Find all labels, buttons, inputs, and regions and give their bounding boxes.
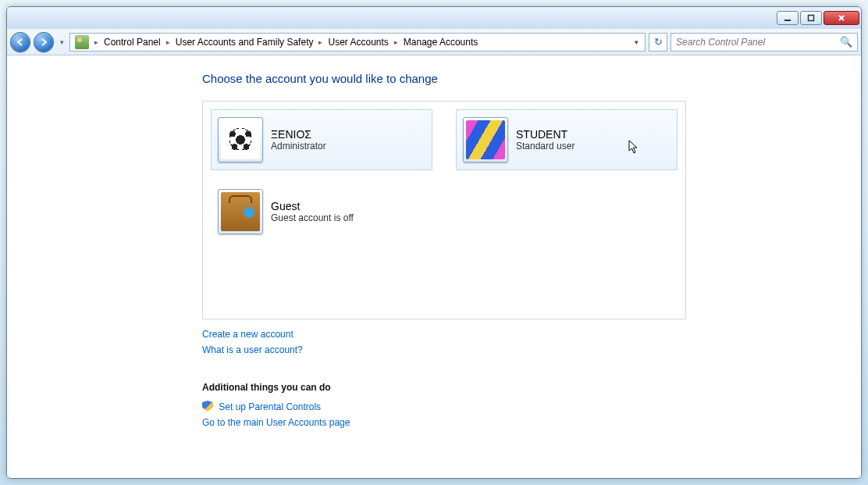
content-area: Choose the account you would like to cha… — [7, 55, 861, 478]
minimize-icon — [784, 14, 792, 22]
avatar-frame — [218, 189, 263, 234]
breadcrumb-item[interactable]: Manage Accounts — [400, 34, 481, 51]
window-buttons — [775, 11, 859, 25]
close-button[interactable] — [824, 11, 859, 25]
account-name: STUDENT — [516, 128, 575, 141]
address-bar[interactable]: ▸ Control Panel ▸ User Accounts and Fami… — [69, 33, 646, 52]
suitcase-icon — [221, 192, 260, 231]
chevron-right-icon[interactable]: ▸ — [164, 38, 173, 46]
chevron-right-icon[interactable]: ▸ — [92, 38, 101, 46]
search-input[interactable] — [676, 37, 840, 48]
primary-links: Create a new account What is a user acco… — [202, 329, 861, 360]
fabric-icon — [466, 120, 505, 159]
soccer-ball-icon — [221, 120, 260, 159]
account-text: ΞΕΝΙΟΣ Administrator — [271, 128, 326, 152]
nav-history-dropdown[interactable]: ▾ — [57, 38, 66, 46]
accounts-list: ΞΕΝΙΟΣ Administrator STUDENT Standard us… — [202, 101, 686, 319]
main-accounts-link[interactable]: Go to the main User Accounts page — [202, 417, 350, 428]
account-tile[interactable]: Guest Guest account is off — [211, 181, 432, 242]
what-is-account-link[interactable]: What is a user account? — [202, 344, 303, 355]
breadcrumb-item[interactable]: User Accounts and Family Safety — [173, 34, 317, 51]
navigation-bar: ▾ ▸ Control Panel ▸ User Accounts and Fa… — [7, 29, 861, 55]
avatar-frame — [463, 117, 508, 162]
maximize-icon — [807, 14, 815, 22]
close-icon — [838, 14, 845, 22]
refresh-icon: ↻ — [654, 36, 663, 48]
additional-links: Set up Parental Controls Go to the main … — [202, 401, 861, 433]
account-role: Guest account is off — [271, 212, 354, 223]
refresh-button[interactable]: ↻ — [649, 33, 667, 52]
account-role: Standard user — [516, 141, 575, 152]
account-text: STUDENT Standard user — [516, 128, 575, 152]
account-tile[interactable]: STUDENT Standard user — [456, 109, 678, 170]
account-role: Administrator — [271, 141, 326, 152]
avatar-frame — [218, 117, 263, 162]
account-name: Guest — [271, 200, 354, 212]
account-name: ΞΕΝΙΟΣ — [271, 128, 326, 141]
arrow-right-icon — [39, 37, 48, 47]
page-heading: Choose the account you would like to cha… — [202, 72, 861, 85]
back-button[interactable] — [10, 32, 30, 52]
maximize-button[interactable] — [800, 11, 822, 25]
forward-button[interactable] — [34, 32, 54, 52]
search-box[interactable]: 🔍 — [671, 33, 858, 52]
control-panel-icon — [75, 35, 89, 49]
parental-controls-link[interactable]: Set up Parental Controls — [219, 401, 321, 412]
desktop-backdrop: ▾ ▸ Control Panel ▸ User Accounts and Fa… — [0, 0, 868, 485]
shield-icon — [202, 401, 213, 412]
address-dropdown[interactable]: ▾ — [631, 38, 642, 46]
titlebar — [7, 7, 861, 29]
account-tile[interactable]: ΞΕΝΙΟΣ Administrator — [211, 109, 432, 170]
breadcrumb-item[interactable]: Control Panel — [101, 34, 164, 51]
svg-rect-1 — [809, 16, 814, 21]
create-account-link[interactable]: Create a new account — [202, 329, 293, 340]
chevron-right-icon[interactable]: ▸ — [392, 38, 400, 46]
search-icon: 🔍 — [840, 36, 852, 48]
account-text: Guest Guest account is off — [271, 200, 354, 223]
cursor-icon — [628, 140, 639, 157]
additional-heading: Additional things you can do — [202, 382, 861, 393]
chevron-right-icon[interactable]: ▸ — [316, 38, 325, 46]
arrow-left-icon — [16, 37, 25, 47]
breadcrumb-item[interactable]: User Accounts — [325, 34, 391, 51]
control-panel-window: ▾ ▸ Control Panel ▸ User Accounts and Fa… — [6, 6, 862, 479]
minimize-button[interactable] — [777, 11, 799, 25]
